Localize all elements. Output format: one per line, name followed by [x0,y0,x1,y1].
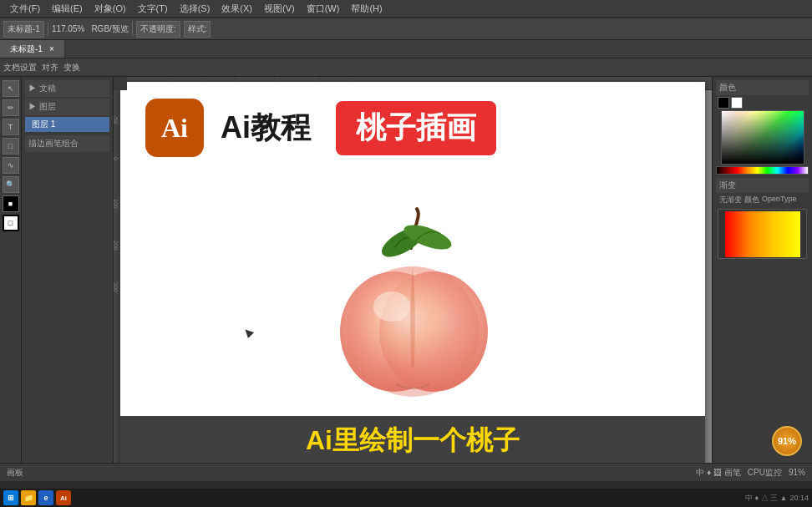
opacity-btn[interactable]: 不透明度: [136,21,180,38]
right-panel: 颜色 渐变 无渐变 颜色 OpenType [712,77,812,463]
panel-layers-title[interactable]: ▶ 图层 [25,99,109,115]
type-tool[interactable]: T [3,119,19,135]
menu-effect[interactable]: 效果(X) [216,1,257,17]
left-toolbar: ↖ ✏ T □ ∿ 🔍 ■ □ [0,77,22,463]
folder-icon[interactable]: 📁 [21,490,36,505]
pen-tool[interactable]: ✏ [3,99,19,116]
colorx-section [716,209,809,259]
menu-bar: 文件(F) 编辑(E) 对象(O) 文字(T) 选择(S) 效果(X) 视图(V… [0,0,812,18]
status-text: 画板 [7,467,23,479]
svg-text:300: 300 [114,282,119,292]
doc-tab-active[interactable]: 未标题-1 × [0,40,65,58]
align-info: 对齐 [42,62,58,74]
svg-text:200: 200 [114,241,119,251]
fill-tool[interactable]: ■ [3,195,19,212]
badge-text: 桃子插画 [356,108,476,149]
select-tool[interactable]: ↖ [3,80,19,97]
panel-doc-title[interactable]: ▶ 文稿 [25,80,109,97]
color-picker[interactable] [721,110,804,165]
transform-info: 变换 [63,62,80,74]
opacity-open-type: OpenType [762,195,797,205]
windows-button[interactable]: ⊞ [3,490,18,505]
svg-point-22 [373,292,410,322]
menu-file[interactable]: 文件(F) [5,1,45,17]
gradient-section: 渐变 无渐变 颜色 OpenType [716,178,809,205]
gradient-label: 无渐变 [719,195,742,205]
performance-badge: 91% [772,426,802,456]
subtitle-bar: Ai里绘制一个桃子 [120,416,705,463]
gradient-panel-title: 渐变 [716,178,809,193]
tab-label: 未标题-1 [10,43,43,55]
main-layout: ↖ ✏ T □ ∿ 🔍 ■ □ ▶ 文稿 ▶ 图层 图层 1 描边画笔组合 -1… [0,77,812,463]
performance-value: 91% [778,436,796,446]
zoom-label: 117.05% [52,24,84,33]
zoom-status[interactable]: 91% [789,468,805,477]
ai-taskbar-icon[interactable]: Ai [56,490,71,505]
doc-tab[interactable]: 未标题-1 [3,21,44,38]
status-bar: 画板 中 ♦ 🖼 画笔 CPU监控 91% 91% [0,463,812,481]
color-picker-large[interactable] [718,209,807,259]
clock: 20:14 [789,494,809,502]
canvas-header: Ai Ai教程 桃子插画 [120,82,705,174]
color-section: 颜色 [716,80,809,175]
panel-layer-item[interactable]: 图层 1 [25,117,109,132]
panel-brushes-title[interactable]: 描边画笔组合 [25,135,109,152]
menu-view[interactable]: 视图(V) [259,1,300,17]
subtitle-text: Ai里绘制一个桃子 [137,423,688,459]
cpu-label: CPU监控 [748,467,782,479]
menu-edit[interactable]: 编辑(E) [47,1,88,17]
tab-close[interactable]: × [49,44,54,53]
svg-rect-24 [725,211,800,257]
svg-text:0: 0 [114,157,119,160]
menu-help[interactable]: 帮助(H) [346,1,387,17]
menu-object[interactable]: 对象(O) [89,1,131,17]
menu-window[interactable]: 窗口(W) [302,1,345,17]
hue-slider[interactable] [716,166,809,175]
taskbar-labels: 中 ♦ 🖼 画笔 [696,467,740,479]
color-panel-title: 颜色 [716,80,809,95]
menu-select[interactable]: 选择(S) [175,1,216,17]
peach-illustration [304,177,521,419]
taskbar: ⊞ 📁 e Ai 中 ♦ △ 三 ▲ 20:14 [0,489,812,507]
toolbar-separator-2 [132,23,133,36]
tab-bar: 未标题-1 × [0,40,812,58]
menu-text[interactable]: 文字(T) [133,1,173,17]
shape-tool[interactable]: □ [3,138,19,155]
main-toolbar: 未标题-1 117.05% RGB/预览 不透明度: 样式: [0,18,812,40]
artboard: Ai Ai教程 桃子插画 [120,82,705,463]
left-panel: ▶ 文稿 ▶ 图层 图层 1 描边画笔组合 [22,77,114,463]
brush-tool[interactable]: ∿ [3,157,19,174]
ruler-corner [114,77,127,90]
cursor [242,327,254,338]
fg-color[interactable] [718,97,729,109]
svg-text:-50: -50 [114,115,119,124]
main-title: Ai教程 [221,108,311,149]
toolbar-separator [48,23,48,36]
opacity-type-label: 颜色 [744,195,759,205]
canvas-area: -100 0 100 200 300 400 -50 0 100 200 [114,77,712,463]
bg-color[interactable] [731,97,743,109]
svg-text:100: 100 [114,199,119,209]
style-btn[interactable]: 样式: [184,21,211,38]
ie-icon[interactable]: e [38,490,53,505]
color-mode: RGB/预览 [91,23,128,35]
zoom-tool[interactable]: 🔍 [3,176,19,193]
badge: 桃子插画 [336,101,496,155]
stroke-tool[interactable]: □ [3,215,19,231]
sys-tray: 中 ♦ △ 三 ▲ [745,493,788,504]
options-bar: 文档设置 对齐 变换 [0,58,812,77]
doc-info: 文档设置 [3,62,37,74]
ai-logo: Ai [145,99,204,157]
